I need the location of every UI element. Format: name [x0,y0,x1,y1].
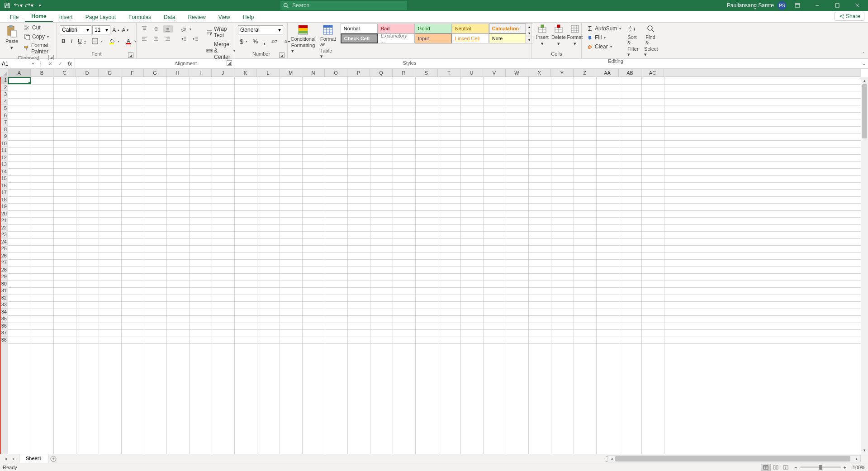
row-header-23[interactable]: 23 [1,231,8,238]
align-center-button[interactable] [151,35,161,43]
normal-view-button[interactable] [761,464,771,471]
cells-area[interactable] [8,77,861,454]
column-header-N[interactable]: N [302,69,325,76]
tab-page-layout[interactable]: Page Layout [79,12,122,22]
select-all-button[interactable] [0,69,8,77]
comma-format-button[interactable]: , [261,37,267,46]
style-check-cell[interactable]: Check Cell [341,33,378,43]
number-format-combo[interactable]: General▾ [238,25,283,34]
format-painter-button[interactable]: Format Painter [22,42,54,55]
wrap-text-button[interactable]: Wrap Text [204,25,237,39]
new-sheet-button[interactable] [48,454,58,463]
column-header-Q[interactable]: Q [370,69,393,76]
percent-format-button[interactable]: % [251,38,260,45]
horizontal-scroll-thumb[interactable] [615,456,850,461]
row-header-31[interactable]: 31 [1,287,8,295]
row-header-7[interactable]: 7 [1,119,8,126]
column-header-X[interactable]: X [528,69,551,76]
vertical-scroll-thumb[interactable] [862,84,867,138]
column-header-Y[interactable]: Y [551,69,574,76]
tab-help[interactable]: Help [237,12,261,22]
increase-font-button[interactable]: A▴ [111,26,120,34]
row-header-3[interactable]: 3 [1,91,8,98]
row-header-11[interactable]: 11 [1,147,8,154]
row-header-25[interactable]: 25 [1,245,8,252]
row-header-32[interactable]: 32 [1,295,8,302]
underline-button[interactable]: U▾ [76,38,88,45]
merge-center-button[interactable]: Merge & Center ▾ [204,41,237,61]
collapse-ribbon-button[interactable]: ⌃ [862,52,865,57]
style-explanatory[interactable]: Explanatory ... [378,33,415,43]
style-note[interactable]: Note [489,33,526,43]
row-header-15[interactable]: 15 [1,175,8,182]
scroll-down-button[interactable]: ▾ [861,447,868,454]
scroll-up-button[interactable]: ▴ [861,77,868,84]
column-header-AB[interactable]: AB [619,69,641,76]
expand-formula-bar-button[interactable]: ⌄ [860,59,868,68]
align-middle-button[interactable] [151,25,161,33]
row-header-12[interactable]: 12 [1,154,8,162]
row-header-2[interactable]: 2 [1,84,8,91]
font-color-button[interactable]: A▾ [123,37,138,45]
zoom-level[interactable]: 100% [849,465,865,470]
vertical-scrollbar[interactable]: ▴ ▾ [861,77,868,454]
maximize-button[interactable] [828,0,846,11]
column-header-R[interactable]: R [393,69,415,76]
tab-scroll-left-button[interactable]: ◂ [2,455,9,462]
tab-data[interactable]: Data [157,12,181,22]
page-layout-view-button[interactable] [771,464,781,471]
column-header-S[interactable]: S [415,69,438,76]
column-header-T[interactable]: T [438,69,460,76]
tab-formulas[interactable]: Formulas [122,12,157,22]
cut-button[interactable]: Cut [22,24,54,32]
column-header-J[interactable]: J [212,69,234,76]
clipboard-dialog-launcher[interactable]: ◢ [48,55,54,60]
align-right-button[interactable] [163,35,173,43]
increase-decimal-button[interactable]: .00 [269,38,280,45]
column-header-P[interactable]: P [347,69,370,76]
redo-button[interactable]: ▾ [24,1,33,10]
row-header-24[interactable]: 24 [1,238,8,246]
row-header-22[interactable]: 22 [1,224,8,232]
align-top-button[interactable] [139,25,149,33]
row-header-26[interactable]: 26 [1,252,8,260]
align-bottom-button[interactable] [163,25,173,33]
format-cells-button[interactable]: Format▾ [567,24,583,48]
row-header-28[interactable]: 28 [1,266,8,274]
delete-cells-button[interactable]: Delete▾ [551,24,566,48]
borders-button[interactable]: ▾ [90,37,104,45]
row-header-18[interactable]: 18 [1,196,8,204]
column-header-AC[interactable]: AC [641,69,664,76]
column-header-F[interactable]: F [121,69,144,76]
tab-review[interactable]: Review [181,12,212,22]
column-header-G[interactable]: G [144,69,166,76]
insert-cells-button[interactable]: Insert▾ [535,24,550,48]
row-header-27[interactable]: 27 [1,259,8,266]
row-header-17[interactable]: 17 [1,189,8,196]
column-header-W[interactable]: W [506,69,528,76]
column-header-Z[interactable]: Z [574,69,596,76]
column-header-AA[interactable]: AA [596,69,619,76]
search-box[interactable]: Search [280,1,407,10]
zoom-in-button[interactable]: + [844,465,846,470]
row-header-30[interactable]: 30 [1,281,8,288]
format-as-table-button[interactable]: Format as Table ▾ [318,24,339,60]
column-header-M[interactable]: M [280,69,302,76]
italic-button[interactable]: I [69,38,74,45]
column-header-V[interactable]: V [483,69,506,76]
row-header-29[interactable]: 29 [1,273,8,281]
autosum-button[interactable]: Σ AutoSum▾ [584,24,623,33]
row-header-34[interactable]: 34 [1,309,8,316]
row-header-37[interactable]: 37 [1,329,8,337]
find-select-button[interactable]: Find & Select ▾ [643,24,659,58]
number-dialog-launcher[interactable]: ◢ [279,52,285,58]
style-calculation[interactable]: Calculation [489,24,526,33]
tab-home[interactable]: Home [25,11,52,22]
bold-button[interactable]: B [60,38,67,45]
customize-qat-button[interactable]: ▾ [35,1,44,10]
font-dialog-launcher[interactable]: ◢ [128,52,133,58]
alignment-dialog-launcher[interactable]: ◢ [227,60,232,66]
style-good[interactable]: Good [415,24,452,33]
zoom-slider[interactable] [800,466,841,468]
minimize-button[interactable] [808,0,826,11]
